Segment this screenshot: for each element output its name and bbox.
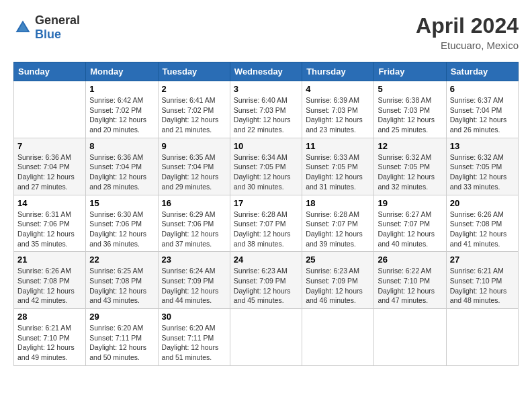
day-info: Sunrise: 6:34 AMSunset: 7:05 PMDaylight:… <box>234 152 298 192</box>
day-number: 16 <box>162 198 226 208</box>
logo-text: General Blue <box>35 13 80 42</box>
day-cell: 5Sunrise: 6:38 AMSunset: 7:03 PMDaylight… <box>374 81 446 138</box>
day-number: 5 <box>378 84 442 94</box>
day-info: Sunrise: 6:24 AMSunset: 7:09 PMDaylight:… <box>162 266 226 306</box>
day-info: Sunrise: 6:23 AMSunset: 7:09 PMDaylight:… <box>234 266 298 306</box>
day-cell: 12Sunrise: 6:32 AMSunset: 7:05 PMDayligh… <box>374 138 446 195</box>
day-number: 26 <box>378 255 442 265</box>
day-cell: 6Sunrise: 6:37 AMSunset: 7:04 PMDaylight… <box>446 81 518 138</box>
header-cell-thursday: Thursday <box>302 62 374 81</box>
day-number: 6 <box>450 84 515 94</box>
day-number: 27 <box>450 255 515 265</box>
day-info: Sunrise: 6:23 AMSunset: 7:09 PMDaylight:… <box>306 266 370 306</box>
day-number: 20 <box>450 198 515 208</box>
day-cell <box>446 309 518 366</box>
day-cell: 22Sunrise: 6:25 AMSunset: 7:08 PMDayligh… <box>86 252 158 309</box>
day-number: 7 <box>17 141 82 151</box>
header-cell-friday: Friday <box>374 62 446 81</box>
header-cell-monday: Monday <box>86 62 158 81</box>
day-info: Sunrise: 6:22 AMSunset: 7:10 PMDaylight:… <box>378 266 442 306</box>
day-number: 3 <box>234 84 298 94</box>
day-cell: 4Sunrise: 6:39 AMSunset: 7:03 PMDaylight… <box>302 81 374 138</box>
logo-blue: Blue <box>35 28 61 41</box>
day-info: Sunrise: 6:33 AMSunset: 7:05 PMDaylight:… <box>306 152 370 192</box>
day-number: 13 <box>450 141 515 151</box>
day-cell: 18Sunrise: 6:28 AMSunset: 7:07 PMDayligh… <box>302 195 374 252</box>
day-info: Sunrise: 6:30 AMSunset: 7:06 PMDaylight:… <box>89 210 154 249</box>
day-cell <box>374 309 446 366</box>
day-cell: 10Sunrise: 6:34 AMSunset: 7:05 PMDayligh… <box>230 138 302 195</box>
day-info: Sunrise: 6:28 AMSunset: 7:07 PMDaylight:… <box>306 210 370 249</box>
day-cell <box>230 309 302 366</box>
day-info: Sunrise: 6:42 AMSunset: 7:02 PMDaylight:… <box>89 95 154 135</box>
day-cell: 21Sunrise: 6:26 AMSunset: 7:08 PMDayligh… <box>14 252 86 309</box>
day-number: 25 <box>306 255 370 265</box>
calendar-header: SundayMondayTuesdayWednesdayThursdayFrid… <box>14 62 519 81</box>
day-info: Sunrise: 6:27 AMSunset: 7:07 PMDaylight:… <box>378 210 442 249</box>
week-row-3: 14Sunrise: 6:31 AMSunset: 7:06 PMDayligh… <box>14 195 519 252</box>
day-cell: 1Sunrise: 6:42 AMSunset: 7:02 PMDaylight… <box>86 81 158 138</box>
week-row-2: 7Sunrise: 6:36 AMSunset: 7:04 PMDaylight… <box>14 138 519 195</box>
day-info: Sunrise: 6:39 AMSunset: 7:03 PMDaylight:… <box>306 95 370 135</box>
day-info: Sunrise: 6:21 AMSunset: 7:10 PMDaylight:… <box>17 323 82 363</box>
header-cell-wednesday: Wednesday <box>230 62 302 81</box>
page-header: General Blue April 2024 Etucuaro, Mexico <box>13 13 519 51</box>
day-number: 15 <box>89 198 154 208</box>
header-cell-tuesday: Tuesday <box>158 62 230 81</box>
day-number: 24 <box>234 255 298 265</box>
day-info: Sunrise: 6:32 AMSunset: 7:05 PMDaylight:… <box>378 152 442 192</box>
day-cell: 16Sunrise: 6:29 AMSunset: 7:06 PMDayligh… <box>158 195 230 252</box>
day-cell: 11Sunrise: 6:33 AMSunset: 7:05 PMDayligh… <box>302 138 374 195</box>
day-number: 14 <box>17 198 82 208</box>
day-number: 11 <box>306 141 370 151</box>
logo-icon <box>13 18 32 37</box>
day-info: Sunrise: 6:38 AMSunset: 7:03 PMDaylight:… <box>378 95 442 135</box>
header-cell-saturday: Saturday <box>446 62 518 81</box>
day-number: 19 <box>378 198 442 208</box>
day-number: 18 <box>306 198 370 208</box>
day-number: 9 <box>162 141 226 151</box>
title-block: April 2024 Etucuaro, Mexico <box>416 13 519 51</box>
day-cell: 13Sunrise: 6:32 AMSunset: 7:05 PMDayligh… <box>446 138 518 195</box>
day-cell <box>302 309 374 366</box>
header-cell-sunday: Sunday <box>14 62 86 81</box>
day-cell: 27Sunrise: 6:21 AMSunset: 7:10 PMDayligh… <box>446 252 518 309</box>
week-row-5: 28Sunrise: 6:21 AMSunset: 7:10 PMDayligh… <box>14 309 519 366</box>
day-cell: 24Sunrise: 6:23 AMSunset: 7:09 PMDayligh… <box>230 252 302 309</box>
day-number: 30 <box>162 312 226 322</box>
day-number: 28 <box>17 312 82 322</box>
day-cell: 29Sunrise: 6:20 AMSunset: 7:11 PMDayligh… <box>86 309 158 366</box>
day-cell: 9Sunrise: 6:35 AMSunset: 7:04 PMDaylight… <box>158 138 230 195</box>
day-number: 2 <box>162 84 226 94</box>
logo-general: General <box>35 13 80 27</box>
day-cell: 19Sunrise: 6:27 AMSunset: 7:07 PMDayligh… <box>374 195 446 252</box>
day-info: Sunrise: 6:32 AMSunset: 7:05 PMDaylight:… <box>450 152 515 192</box>
week-row-4: 21Sunrise: 6:26 AMSunset: 7:08 PMDayligh… <box>14 252 519 309</box>
day-cell: 3Sunrise: 6:40 AMSunset: 7:03 PMDaylight… <box>230 81 302 138</box>
day-info: Sunrise: 6:29 AMSunset: 7:06 PMDaylight:… <box>162 210 226 249</box>
day-cell: 30Sunrise: 6:20 AMSunset: 7:11 PMDayligh… <box>158 309 230 366</box>
week-row-1: 1Sunrise: 6:42 AMSunset: 7:02 PMDaylight… <box>14 81 519 138</box>
day-cell: 8Sunrise: 6:36 AMSunset: 7:04 PMDaylight… <box>86 138 158 195</box>
day-number: 21 <box>17 255 82 265</box>
day-cell: 25Sunrise: 6:23 AMSunset: 7:09 PMDayligh… <box>302 252 374 309</box>
day-info: Sunrise: 6:28 AMSunset: 7:07 PMDaylight:… <box>234 210 298 249</box>
day-info: Sunrise: 6:37 AMSunset: 7:04 PMDaylight:… <box>450 95 515 135</box>
day-info: Sunrise: 6:26 AMSunset: 7:08 PMDaylight:… <box>450 210 515 249</box>
day-number: 12 <box>378 141 442 151</box>
day-number: 29 <box>89 312 154 322</box>
day-number: 4 <box>306 84 370 94</box>
day-info: Sunrise: 6:40 AMSunset: 7:03 PMDaylight:… <box>234 95 298 135</box>
day-info: Sunrise: 6:26 AMSunset: 7:08 PMDaylight:… <box>17 266 82 306</box>
day-cell <box>14 81 86 138</box>
day-number: 23 <box>162 255 226 265</box>
day-info: Sunrise: 6:36 AMSunset: 7:04 PMDaylight:… <box>89 152 154 192</box>
day-cell: 7Sunrise: 6:36 AMSunset: 7:04 PMDaylight… <box>14 138 86 195</box>
calendar-table: SundayMondayTuesdayWednesdayThursdayFrid… <box>13 62 519 366</box>
day-info: Sunrise: 6:25 AMSunset: 7:08 PMDaylight:… <box>89 266 154 306</box>
day-number: 17 <box>234 198 298 208</box>
month-title: April 2024 <box>416 13 519 38</box>
day-cell: 14Sunrise: 6:31 AMSunset: 7:06 PMDayligh… <box>14 195 86 252</box>
header-row: SundayMondayTuesdayWednesdayThursdayFrid… <box>14 62 519 81</box>
day-info: Sunrise: 6:31 AMSunset: 7:06 PMDaylight:… <box>17 210 82 249</box>
